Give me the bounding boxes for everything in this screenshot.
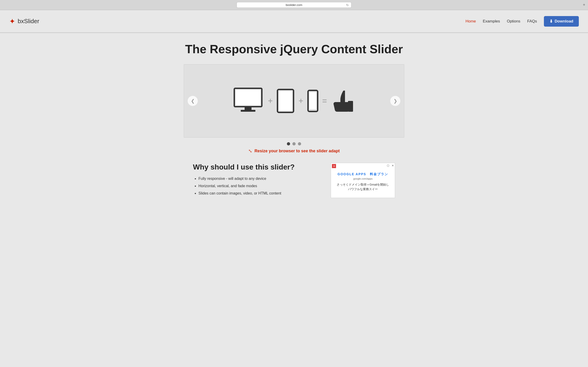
slider-next-button[interactable]: ❯ <box>390 96 400 106</box>
download-button[interactable]: ⬇ Download <box>544 16 579 27</box>
resize-label: Resize your browser to see the slider ad… <box>254 149 340 153</box>
nav-home[interactable]: Home <box>466 19 476 24</box>
ad-x-button[interactable]: ✕ <box>392 164 394 167</box>
tablet-icon <box>276 88 295 114</box>
nav-options[interactable]: Options <box>507 19 520 24</box>
thumbsup-icon <box>331 88 356 114</box>
slider-prev-button[interactable]: ❮ <box>188 96 198 106</box>
nav-faqs[interactable]: FAQs <box>527 19 537 24</box>
slider-dots <box>5 142 583 145</box>
ad-body: さっそくドメイン取得＋Gmailを開始しパワフルな業務スイー <box>336 182 390 191</box>
svg-rect-8 <box>309 92 316 109</box>
svg-rect-10 <box>348 101 353 112</box>
ad-url: google.com/apps <box>336 177 390 180</box>
nav-examples[interactable]: Examples <box>483 19 500 24</box>
slider-dot-2[interactable] <box>292 142 296 145</box>
main-nav: Home Examples Options FAQs ⬇ Download <box>466 16 579 27</box>
logo[interactable]: ✦ bxSlider <box>9 17 39 26</box>
equals-icon: = <box>322 96 327 106</box>
download-icon: ⬇ <box>549 19 553 24</box>
resize-text-container: ⤡ Resize your browser to see the slider … <box>5 148 583 154</box>
why-content: Why should I use this slider? Fully resp… <box>193 163 321 198</box>
slider: ❮ + + = <box>184 64 404 138</box>
slider-dot-1[interactable] <box>287 142 290 145</box>
list-item: Horizontal, vertical, and fade modes <box>199 183 321 189</box>
site-header: ✦ bxSlider Home Examples Options FAQs ⬇ … <box>0 10 588 33</box>
resize-icon: ⤡ <box>248 148 252 154</box>
list-item: Fully responsive - will adapt to any dev… <box>199 176 321 181</box>
monitor-icon <box>232 87 264 115</box>
url-text: bxslider.com <box>286 3 302 7</box>
plus-icon-2: + <box>298 96 303 106</box>
address-bar[interactable]: bxslider.com ↻ <box>237 2 351 8</box>
download-label: Download <box>555 19 573 24</box>
ad-close-button[interactable]: ✕ <box>332 164 336 168</box>
phone-icon <box>307 90 319 112</box>
logo-text: bxSlider <box>18 18 39 25</box>
why-list: Fully responsive - will adapt to any dev… <box>193 176 321 196</box>
hero-title: The Responsive jQuery Content Slider <box>5 42 583 56</box>
svg-rect-1 <box>236 90 260 105</box>
browser-chrome: bxslider.com ↻ + <box>0 0 588 10</box>
svg-rect-5 <box>279 91 292 111</box>
ad-panel: ✕ ⓘ ✕ GOOGLE APPS 料金プラン google.com/apps … <box>331 163 395 198</box>
new-tab-button[interactable]: + <box>583 2 585 7</box>
svg-rect-2 <box>245 107 251 110</box>
slider-dot-3[interactable] <box>298 142 301 145</box>
refresh-icon[interactable]: ↻ <box>346 3 349 7</box>
why-title: Why should I use this slider? <box>193 163 321 171</box>
star-icon: ✦ <box>9 17 15 26</box>
ad-info-icon: ⓘ <box>387 164 389 167</box>
ad-title: GOOGLE APPS 料金プラン <box>336 172 390 176</box>
plus-icon-1: + <box>268 96 273 106</box>
svg-rect-3 <box>241 110 255 112</box>
slider-content: + + = <box>232 87 356 115</box>
why-section: Why should I use this slider? Fully resp… <box>184 163 404 198</box>
main-content: The Responsive jQuery Content Slider ❮ +… <box>0 33 588 207</box>
list-item: Slides can contain images, video, or HTM… <box>199 191 321 196</box>
